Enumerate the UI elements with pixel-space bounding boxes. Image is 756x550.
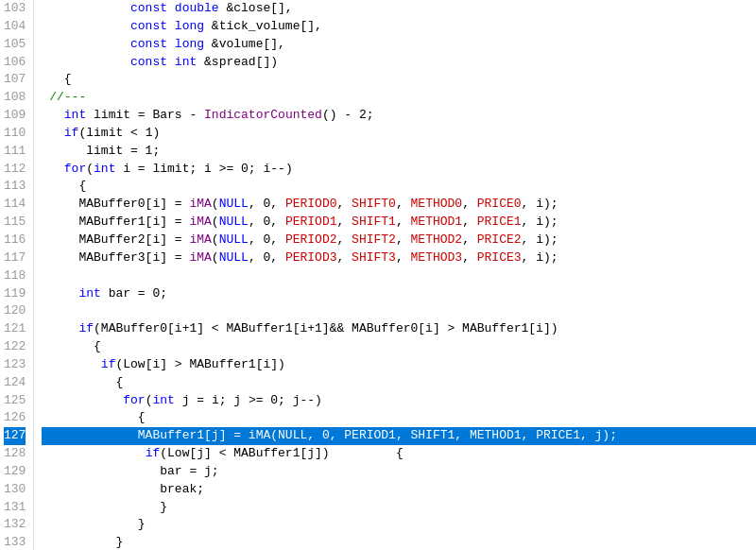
code-line-111: limit = 1;	[42, 143, 756, 161]
line-num-116: 116	[4, 232, 26, 249]
line-num-109: 109	[4, 107, 26, 125]
line-num-131: 131	[4, 499, 26, 517]
line-num-122: 122	[4, 338, 26, 356]
line-num-108: 108	[4, 89, 26, 107]
line-num-111: 111	[4, 143, 26, 161]
code-line-127: MABuffer1[j] = iMA(NULL, 0, PERIOD1, SHI…	[42, 427, 756, 445]
line-num-110: 110	[4, 125, 26, 143]
line-num-128: 128	[4, 445, 26, 463]
line-num-121: 121	[4, 320, 26, 338]
code-line-124: {	[42, 374, 756, 392]
line-num-106: 106	[4, 54, 26, 72]
code-line-121: if(MABuffer0[i+1] < MABuffer1[i+1]&& MAB…	[42, 320, 756, 338]
line-number-gutter: 103 104 105 106 107 108 109 110 111 112 …	[0, 0, 34, 550]
line-num-126: 126	[4, 409, 26, 427]
code-line-130: break;	[42, 481, 756, 499]
code-line-105: const long &volume[],	[42, 36, 756, 54]
line-num-112: 112	[4, 161, 26, 179]
line-num-104: 104	[4, 18, 26, 36]
code-line-126: {	[42, 409, 756, 427]
code-line-125: for(int j = i; j >= 0; j--)	[42, 392, 756, 410]
code-line-132: }	[42, 516, 756, 534]
line-num-115: 115	[4, 214, 26, 232]
code-line-122: {	[42, 338, 756, 356]
line-num-114: 114	[4, 196, 26, 214]
code-line-109: int limit = Bars - IndicatorCounted() - …	[42, 107, 756, 125]
code-line-129: bar = j;	[42, 463, 756, 481]
code-line-103: const double &close[],	[42, 0, 756, 18]
line-num-133: 133	[4, 534, 26, 550]
code-line-120	[42, 302, 756, 320]
line-num-130: 130	[4, 481, 26, 499]
line-num-107: 107	[4, 71, 26, 89]
line-num-132: 132	[4, 516, 26, 534]
line-num-103: 103	[4, 0, 26, 18]
line-num-129: 129	[4, 463, 26, 481]
code-line-106: const int &spread[])	[42, 54, 756, 72]
code-line-114: MABuffer0[i] = iMA(NULL, 0, PERIOD0, SHI…	[42, 196, 756, 214]
code-line-104: const long &tick_volume[],	[42, 18, 756, 36]
code-line-133: }	[42, 534, 756, 550]
line-num-120: 120	[4, 302, 26, 320]
line-num-105: 105	[4, 36, 26, 54]
line-num-125: 125	[4, 392, 26, 410]
code-line-115: MABuffer1[i] = iMA(NULL, 0, PERIOD1, SHI…	[42, 214, 756, 232]
line-num-119: 119	[4, 285, 26, 303]
code-line-131: }	[42, 499, 756, 517]
line-num-127: 127	[4, 427, 26, 445]
code-line-107: {	[42, 71, 756, 89]
line-num-117: 117	[4, 249, 26, 267]
code-line-113: {	[42, 178, 756, 196]
line-num-123: 123	[4, 356, 26, 374]
line-num-118: 118	[4, 267, 26, 285]
code-editor: 103 104 105 106 107 108 109 110 111 112 …	[0, 0, 756, 550]
code-line-116: MABuffer2[i] = iMA(NULL, 0, PERIOD2, SHI…	[42, 232, 756, 249]
code-line-123: if(Low[i] > MABuffer1[i])	[42, 356, 756, 374]
line-num-124: 124	[4, 374, 26, 392]
code-line-117: MABuffer3[i] = iMA(NULL, 0, PERIOD3, SHI…	[42, 249, 756, 267]
code-line-118	[42, 267, 756, 285]
code-line-112: for(int i = limit; i >= 0; i--)	[42, 161, 756, 179]
code-line-108: //---	[42, 89, 756, 107]
code-content[interactable]: const double &close[], const long &tick_…	[34, 0, 756, 550]
code-line-110: if(limit < 1)	[42, 125, 756, 143]
code-line-128: if(Low[j] < MABuffer1[j]) {	[42, 445, 756, 463]
line-num-113: 113	[4, 178, 26, 196]
code-line-119: int bar = 0;	[42, 285, 756, 303]
